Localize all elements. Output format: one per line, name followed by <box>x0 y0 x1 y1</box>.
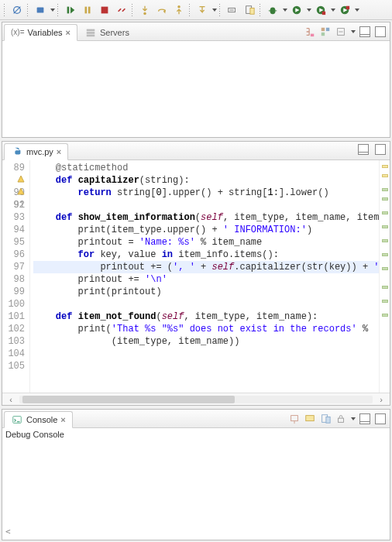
maximize-icon[interactable] <box>374 413 387 425</box>
step-over-icon[interactable] <box>154 2 170 18</box>
maximize-icon[interactable] <box>374 143 387 156</box>
scroll-track[interactable] <box>19 396 373 403</box>
code-line[interactable]: return string[0].upper() + string[1:].lo… <box>33 187 379 199</box>
restart-icon[interactable] <box>33 2 48 18</box>
svg-rect-26 <box>87 29 95 31</box>
code-line[interactable]: @staticmethod <box>33 162 379 174</box>
scroll-left-icon[interactable]: ‹ <box>5 395 16 404</box>
code-line[interactable]: print('That %s "%s" does not exist in th… <box>33 323 379 335</box>
ruler-mark[interactable] <box>382 300 388 303</box>
svg-rect-6 <box>88 6 91 13</box>
svg-marker-37 <box>18 188 24 194</box>
ruler-mark[interactable] <box>382 239 388 242</box>
scroll-right-icon[interactable]: › <box>376 395 387 404</box>
svg-rect-44 <box>339 418 344 422</box>
minimize-icon[interactable] <box>357 143 370 156</box>
svg-rect-39 <box>291 415 298 420</box>
ruler-mark[interactable] <box>382 174 388 177</box>
dropdown-arrow-icon[interactable] <box>50 2 55 18</box>
pin-icon[interactable] <box>288 413 301 425</box>
tab-mvc-py[interactable]: mvc.py × <box>4 143 68 160</box>
ruler-mark[interactable] <box>382 197 388 201</box>
code-line[interactable]: printout += (', ' + self.capitalizer(str… <box>33 261 379 273</box>
dropline-icon[interactable] <box>194 2 210 18</box>
code-area[interactable]: @staticmethod def capitalizer(string): r… <box>30 160 379 393</box>
ruler-mark[interactable] <box>382 188 388 191</box>
overview-ruler[interactable] <box>379 160 390 393</box>
code-line[interactable]: for key, value in item_info.items(): <box>33 249 379 261</box>
code-line[interactable]: printout = 'Name: %s' % item_name <box>33 236 379 249</box>
ruler-mark[interactable] <box>382 253 388 256</box>
run-last-icon[interactable] <box>313 2 328 18</box>
toolbar-grip[interactable] <box>3 3 6 17</box>
dropdown-arrow-icon[interactable] <box>330 2 335 18</box>
code-line[interactable] <box>33 348 379 360</box>
tab-label: Console <box>26 415 57 424</box>
close-icon[interactable]: × <box>60 415 65 424</box>
minimize-icon[interactable] <box>359 413 371 425</box>
ruler-mark[interactable] <box>382 225 388 228</box>
view-menu-icon[interactable] <box>350 411 356 427</box>
code-line[interactable]: def show_item_information(self, item_typ… <box>33 211 379 224</box>
clear-icon[interactable] <box>319 413 332 425</box>
toolbar-grip[interactable] <box>131 3 134 17</box>
ruler-mark[interactable] <box>382 314 388 317</box>
code-line[interactable]: (item_type, item_name)) <box>33 335 379 348</box>
ruler-mark[interactable] <box>382 211 388 214</box>
code-line[interactable]: def capitalizer(string): <box>33 174 379 187</box>
display-icon[interactable] <box>304 413 316 425</box>
collapse-icon[interactable] <box>335 26 347 38</box>
console-icon <box>11 413 23 426</box>
dropdown-arrow-icon[interactable] <box>211 2 217 18</box>
lock-icon[interactable] <box>335 413 347 425</box>
run-icon[interactable] <box>289 2 304 18</box>
stop-icon[interactable] <box>97 2 112 18</box>
code-line[interactable] <box>33 360 379 372</box>
toolbar-grip[interactable] <box>57 3 60 17</box>
ruler-mark[interactable] <box>382 165 388 168</box>
tab-servers[interactable]: Servers <box>77 24 136 41</box>
search-icon[interactable] <box>225 2 240 18</box>
console-body[interactable]: Debug Console < <box>2 428 390 540</box>
code-line[interactable] <box>33 298 379 310</box>
close-icon[interactable]: × <box>66 28 70 37</box>
toolbar-grip[interactable] <box>218 3 222 17</box>
scroll-thumb[interactable] <box>22 396 235 403</box>
types-icon[interactable] <box>319 26 332 38</box>
svg-rect-32 <box>322 32 325 35</box>
toolbar-grip[interactable] <box>26 3 29 17</box>
toolbar-grip[interactable] <box>259 3 262 17</box>
code-line[interactable]: printout += '\n' <box>33 273 379 286</box>
tab-console[interactable]: Console × <box>4 411 73 428</box>
dropdown-arrow-icon[interactable] <box>354 2 359 18</box>
resume-icon[interactable] <box>63 2 78 18</box>
ruler-mark[interactable] <box>382 267 388 270</box>
ruler-mark[interactable] <box>382 286 388 289</box>
view-menu-icon[interactable] <box>350 24 356 39</box>
editor-body[interactable]: 89 90 9192939495969798991001011021031041… <box>2 160 390 393</box>
horizontal-scrollbar[interactable]: ‹ › <box>2 393 390 405</box>
maximize-icon[interactable] <box>374 26 387 38</box>
svg-point-15 <box>270 7 276 14</box>
debug-icon[interactable] <box>265 2 280 18</box>
skip-breakpoints-icon[interactable] <box>9 2 25 18</box>
step-return-icon[interactable] <box>171 2 187 18</box>
variables-tabbar: (x)= Variables × Servers <box>2 22 390 41</box>
disconnect-icon[interactable] <box>114 2 129 18</box>
bookmark-icon[interactable] <box>242 2 257 18</box>
code-line[interactable]: print(item_type.upper() + ' INFORMATION:… <box>33 224 379 236</box>
variables-body[interactable] <box>2 41 390 137</box>
pause-icon[interactable] <box>80 2 95 18</box>
code-line[interactable] <box>33 199 379 211</box>
code-line[interactable]: print(printout) <box>33 286 379 298</box>
dropdown-arrow-icon[interactable] <box>282 2 287 18</box>
close-icon[interactable]: × <box>57 147 61 156</box>
external-icon[interactable] <box>337 2 352 18</box>
step-into-icon[interactable] <box>137 2 153 18</box>
minimize-icon[interactable] <box>359 26 371 38</box>
dropdown-arrow-icon[interactable] <box>306 2 311 18</box>
tab-variables[interactable]: (x)= Variables × <box>4 24 77 41</box>
toolbar-grip[interactable] <box>188 3 191 17</box>
tree-icon[interactable] <box>304 26 316 38</box>
code-line[interactable]: def item_not_found(self, item_type, item… <box>33 310 379 323</box>
